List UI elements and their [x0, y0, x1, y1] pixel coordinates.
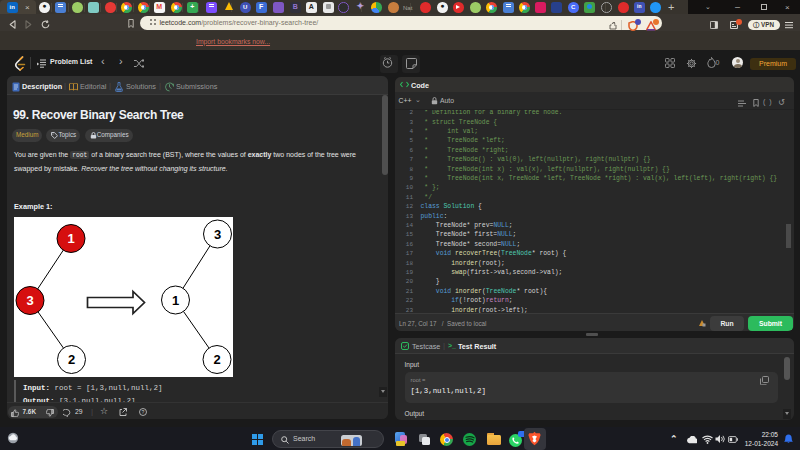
- svg-text:3: 3: [214, 227, 221, 242]
- svg-text:2: 2: [68, 352, 75, 367]
- svg-text:1: 1: [172, 293, 179, 308]
- svg-text:?: ?: [142, 409, 145, 415]
- svg-text:3: 3: [26, 293, 33, 308]
- svg-text:2: 2: [213, 352, 220, 367]
- svg-text:1: 1: [67, 231, 74, 246]
